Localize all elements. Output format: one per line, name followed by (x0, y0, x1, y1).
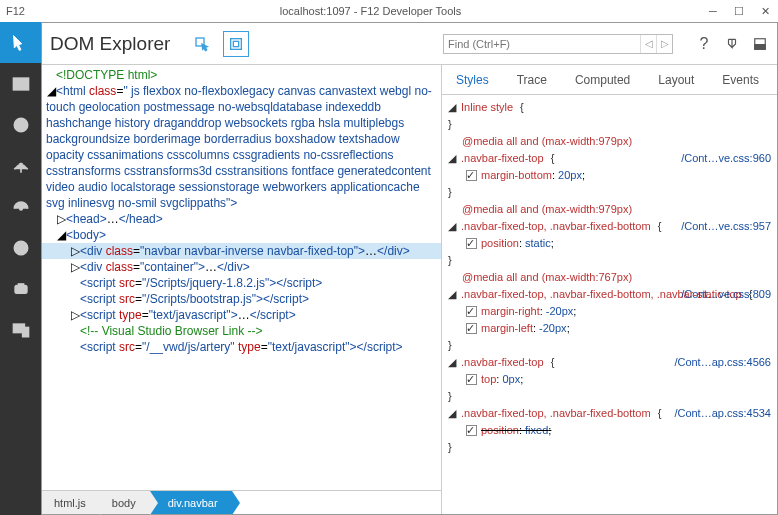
styles-tab-strip: StylesTraceComputedLayoutEvents (442, 65, 777, 95)
styles-rules[interactable]: ◢ Inline style {}@media all and (max-wid… (442, 95, 777, 514)
svg-rect-0 (13, 78, 28, 90)
expand-toggle[interactable]: ◢ (56, 227, 66, 243)
find-next-button[interactable]: ▷ (656, 35, 672, 53)
network-tool[interactable] (0, 145, 41, 186)
media-query: @media all and (max-width:767px) (448, 269, 771, 286)
source-link[interactable]: /Cont…ap.css:4534 (674, 405, 771, 422)
rule-close: } (448, 439, 771, 456)
svg-rect-13 (755, 44, 766, 49)
dom-node[interactable]: <script src="/__vwd/js/artery" type="tex… (42, 339, 441, 355)
expand-toggle[interactable]: ▷ (70, 307, 80, 323)
styles-tab-events[interactable]: Events (708, 65, 773, 94)
dom-node[interactable]: ▷<head>…</head> (42, 211, 441, 227)
css-property[interactable]: margin-left: -20px; (448, 320, 771, 337)
dom-node[interactable]: ▷<div class="navbar navbar-inverse navba… (42, 243, 441, 259)
rule-close: } (448, 184, 771, 201)
dom-tree-pane: <!DOCTYPE html>◢<html class=" js flexbox… (42, 65, 442, 514)
dom-node[interactable]: <script src="/Scripts/bootstrap.js"></sc… (42, 291, 441, 307)
minimize-button[interactable]: ─ (700, 1, 726, 21)
expand-toggle[interactable]: ▷ (56, 211, 66, 227)
pin-icon[interactable] (723, 35, 741, 53)
dom-explorer-tool[interactable] (0, 22, 41, 63)
find-box[interactable]: ◁ ▷ (443, 34, 673, 54)
css-rule-selector[interactable]: ◢ Inline style { (448, 99, 771, 116)
property-checkbox[interactable] (466, 374, 477, 385)
panel-header: DOM Explorer ◁ ▷ ? (42, 23, 777, 65)
media-query: @media all and (max-width:979px) (448, 201, 771, 218)
rule-close: } (448, 252, 771, 269)
rule-close: } (448, 388, 771, 405)
dom-node[interactable]: ▷<div class="container">…</div> (42, 259, 441, 275)
svg-point-2 (19, 207, 22, 210)
f12-label: F12 (0, 5, 41, 17)
memory-tool[interactable] (0, 268, 41, 309)
styles-tab-styles[interactable]: Styles (442, 65, 503, 94)
rule-toggle[interactable]: ◢ (448, 405, 458, 422)
css-rule-selector[interactable]: ◢ .navbar-fixed-top {/Cont…ap.css:4566 (448, 354, 771, 371)
panel-title: DOM Explorer (50, 33, 170, 55)
property-checkbox[interactable] (466, 170, 477, 181)
css-rule-selector[interactable]: ◢ .navbar-fixed-top {/Cont…ve.css:960 (448, 150, 771, 167)
rule-toggle[interactable]: ◢ (448, 99, 458, 116)
dom-node[interactable]: <!DOCTYPE html> (42, 67, 441, 83)
property-checkbox[interactable] (466, 323, 477, 334)
rule-toggle[interactable]: ◢ (448, 286, 458, 303)
dom-node[interactable]: ◢<body> (42, 227, 441, 243)
maximize-button[interactable]: ☐ (726, 1, 752, 21)
property-checkbox[interactable] (466, 238, 477, 249)
css-property[interactable]: top: 0px; (448, 371, 771, 388)
dom-node[interactable]: ▷<script type="text/javascript">…</scrip… (42, 307, 441, 323)
breadcrumb: html.jsbodydiv.navbar (42, 490, 441, 514)
window-titlebar: F12 localhost:1097 - F12 Developer Tools… (0, 0, 778, 22)
css-rule-selector[interactable]: ◢ .navbar-fixed-top, .navbar-fixed-botto… (448, 405, 771, 422)
ui-responsiveness-tool[interactable] (0, 186, 41, 227)
styles-pane: StylesTraceComputedLayoutEvents ◢ Inline… (442, 65, 777, 514)
highlight-element-icon[interactable] (224, 32, 248, 56)
profiler-tool[interactable] (0, 227, 41, 268)
styles-tab-computed[interactable]: Computed (561, 65, 644, 94)
property-checkbox[interactable] (466, 425, 477, 436)
close-button[interactable]: ✕ (752, 1, 778, 21)
svg-rect-8 (22, 327, 28, 336)
rule-close: } (448, 116, 771, 133)
svg-rect-10 (231, 38, 242, 49)
property-checkbox[interactable] (466, 306, 477, 317)
window-title: localhost:1097 - F12 Developer Tools (41, 5, 700, 17)
css-rule-selector[interactable]: ◢ .navbar-fixed-top, .navbar-fixed-botto… (448, 286, 771, 303)
source-link[interactable]: /Cont…ve.css:809 (681, 286, 771, 303)
dom-tree[interactable]: <!DOCTYPE html>◢<html class=" js flexbox… (42, 65, 441, 490)
emulation-tool[interactable] (0, 309, 41, 350)
source-link[interactable]: /Cont…ve.css:957 (681, 218, 771, 235)
rule-toggle[interactable]: ◢ (448, 354, 458, 371)
media-query: @media all and (max-width:979px) (448, 133, 771, 150)
source-link[interactable]: /Cont…ve.css:960 (681, 150, 771, 167)
rule-toggle[interactable]: ◢ (448, 218, 458, 235)
dom-node[interactable]: <!-- Visual Studio Browser Link --> (42, 323, 441, 339)
source-link[interactable]: /Cont…ap.css:4566 (674, 354, 771, 371)
dock-icon[interactable] (751, 35, 769, 53)
breadcrumb-item[interactable]: div.navbar (150, 491, 232, 514)
styles-tab-layout[interactable]: Layout (644, 65, 708, 94)
css-property[interactable]: margin-bottom: 20px; (448, 167, 771, 184)
rule-close: } (448, 337, 771, 354)
styles-tab-trace[interactable]: Trace (503, 65, 561, 94)
console-tool[interactable] (0, 63, 41, 104)
debugger-tool[interactable] (0, 104, 41, 145)
expand-toggle[interactable]: ▷ (70, 243, 80, 259)
css-property[interactable]: position: fixed; (448, 422, 771, 439)
find-input[interactable] (444, 38, 640, 50)
rule-toggle[interactable]: ◢ (448, 150, 458, 167)
find-prev-button[interactable]: ◁ (640, 35, 656, 53)
help-icon[interactable]: ? (695, 35, 713, 53)
select-element-icon[interactable] (190, 32, 214, 56)
dom-node[interactable]: ◢<html class=" js flexbox no-flexboxlega… (42, 83, 441, 211)
tool-sidebar (0, 22, 41, 515)
expand-toggle[interactable]: ▷ (70, 259, 80, 275)
css-property[interactable]: margin-right: -20px; (448, 303, 771, 320)
breadcrumb-item[interactable]: html.js (42, 491, 100, 514)
svg-rect-11 (234, 41, 239, 46)
css-property[interactable]: position: static; (448, 235, 771, 252)
css-rule-selector[interactable]: ◢ .navbar-fixed-top, .navbar-fixed-botto… (448, 218, 771, 235)
dom-node[interactable]: <script src="/Scripts/jquery-1.8.2.js"><… (42, 275, 441, 291)
expand-toggle[interactable]: ◢ (46, 83, 56, 99)
